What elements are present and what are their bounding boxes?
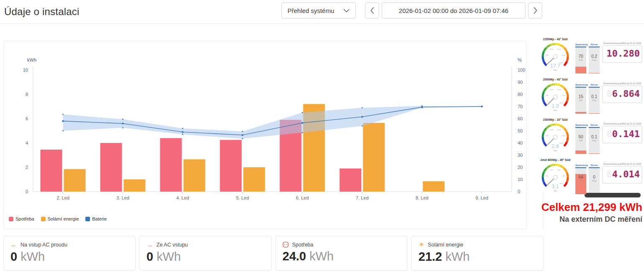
total-energy-label: Gesamtleistung [kWh] ab 01.01.2026 xyxy=(602,163,642,165)
y-axis-tick-right: 0 xyxy=(518,189,520,194)
consumption-bar[interactable] xyxy=(41,150,62,192)
battery-band-low-point xyxy=(122,127,123,128)
gauge-value: 17.7 xyxy=(550,63,560,69)
current-bar-unit: Amp xyxy=(589,179,600,182)
battery-point[interactable] xyxy=(241,134,243,136)
legend-item[interactable]: Baterie xyxy=(85,216,107,221)
total-energy-value: 6.864 xyxy=(612,88,640,99)
current-bar: Strom0.2Amp xyxy=(589,42,600,73)
battery-band-low-point xyxy=(242,138,243,139)
next-period-button[interactable] xyxy=(528,3,542,18)
total-energy-display: Gesamtleistung [kWh] ab 01.01.202688.888… xyxy=(602,122,642,143)
legend-swatch xyxy=(9,217,13,221)
y-axis-tick-right: 50 xyxy=(518,128,523,133)
battery-point[interactable] xyxy=(62,120,64,122)
consumption-bar[interactable] xyxy=(160,138,182,192)
battery-point[interactable] xyxy=(182,131,183,133)
current-bar-label: Strom xyxy=(589,83,600,88)
y-axis-unit-right: % xyxy=(518,57,522,62)
current-bar-unit: Amp xyxy=(589,99,600,101)
battery-band-low-point xyxy=(481,106,482,107)
voltage-bar-unit: Volt xyxy=(575,59,586,61)
battery-band-high-point xyxy=(302,112,303,113)
current-bar-unit: Amp xyxy=(589,59,600,61)
current-bar-fill xyxy=(589,113,600,114)
solar-bar[interactable] xyxy=(244,167,265,192)
dc-total-energy: Celkem 21,299 kWh xyxy=(539,201,642,214)
energy-bar-chart[interactable]: 02468100102030405060708090100kWh%2. Led3… xyxy=(4,41,526,208)
voltage-bar-label: Spannung xyxy=(575,83,586,88)
stat-card-label: Na vstup AC proudu xyxy=(21,242,67,248)
power-gauge: 50010001500200025002.8Watt xyxy=(538,121,573,156)
battery-point[interactable] xyxy=(301,122,303,124)
consumption-bar[interactable] xyxy=(220,140,242,192)
voltage-bar-value: 64 xyxy=(575,175,586,179)
header-controls: Přehled systému 2026-01-02 00:00 do 2026… xyxy=(281,3,542,18)
prev-period-button[interactable] xyxy=(365,3,379,18)
chart-legend: SpotřebaSolární energieBaterie xyxy=(9,216,107,221)
consumption-bar[interactable] xyxy=(100,143,122,192)
horizontal-scrollbar[interactable] xyxy=(585,193,641,197)
gauge-scale-label: 500 xyxy=(546,135,549,137)
gauge-scale-label: 1500 xyxy=(557,48,561,50)
y-axis-tick-left: 6 xyxy=(26,116,28,121)
gauge-scale-label: 480 xyxy=(558,169,561,171)
view-selector-dropdown[interactable]: Přehled systému xyxy=(281,3,356,18)
stat-card-unit: kWh xyxy=(21,250,45,263)
pv-string-title: Jetzt 800Wp - 45° Süd xyxy=(540,158,570,161)
x-axis-label: 5. Led xyxy=(236,195,249,200)
legend-item[interactable]: Spotřeba xyxy=(9,216,34,221)
solar-bar[interactable] xyxy=(184,159,205,192)
y-axis-tick-right: 80 xyxy=(518,92,523,97)
battery-band-high-point xyxy=(62,114,64,115)
x-axis-label: 3. Led xyxy=(116,195,129,200)
x-axis-label: 6. Led xyxy=(296,195,309,200)
pv-string-panel: 2300Wp - 10° Süd50010001500200025002.8Wa… xyxy=(538,117,644,158)
voltage-bar-fill xyxy=(575,112,586,114)
stat-card-label: Ze AC vstupu xyxy=(157,242,188,248)
power-gauge: 500100015002000250017.7Watt xyxy=(538,41,573,75)
gauge-scale-label: 1500 xyxy=(557,129,561,131)
stat-card-consumption: Spotřeba 24.0kWh xyxy=(275,236,408,271)
solar-bar[interactable] xyxy=(64,169,86,192)
y-axis-tick-left: 2 xyxy=(26,165,28,170)
gauge-scale-label: 2000 xyxy=(562,54,566,56)
voltage-bar-value: 15 xyxy=(575,94,586,99)
gauge-scale-label: 2500 xyxy=(559,102,563,104)
energy-chart-card: 02468100102030405060708090100kWh%2. Led3… xyxy=(3,41,526,229)
stat-card-label: Spotřeba xyxy=(292,242,313,248)
battery-band-high-point xyxy=(421,105,423,106)
gauge-unit: Watt xyxy=(553,150,557,152)
voltage-bar-value: 50 xyxy=(575,135,586,139)
gauge-scale-label: 1000 xyxy=(549,88,554,91)
total-energy-value: 10.280 xyxy=(607,48,640,59)
voltage-bar-label: Spannung xyxy=(575,123,586,128)
chevron-down-icon xyxy=(344,9,349,13)
battery-point[interactable] xyxy=(122,122,123,124)
battery-band xyxy=(63,106,482,139)
battery-band-high-point xyxy=(242,131,243,132)
solar-bar[interactable] xyxy=(124,179,146,192)
current-bar-label: Strom xyxy=(589,123,600,128)
battery-band-low-point xyxy=(62,130,64,132)
current-bar-value: 0.1 xyxy=(589,135,600,139)
voltage-bar: Spannung70Volt xyxy=(575,42,586,73)
chevron-right-icon xyxy=(534,7,537,14)
total-energy-label: Gesamtleistung [kWh] ab 01.01.2026 xyxy=(602,42,642,44)
consumption-bar[interactable] xyxy=(340,169,362,192)
gauge-scale-label: 2000 xyxy=(562,135,566,137)
voltage-bar-unit: Volt xyxy=(575,179,586,182)
total-energy-value: 0.141 xyxy=(612,129,640,139)
stat-card-value: 0 xyxy=(146,250,153,263)
pv-string-panel: 2000Wp - 43° Süd50010001500200025001.0Wa… xyxy=(538,77,644,117)
battery-point[interactable] xyxy=(361,116,363,117)
stat-card-unit: kWh xyxy=(445,250,470,263)
voltage-bar: Spannung15Volt xyxy=(575,83,586,114)
battery-band-low-point xyxy=(362,125,363,127)
solar-bar[interactable] xyxy=(423,181,445,192)
power-gauge: 1603204806408003.1Watt xyxy=(538,161,573,196)
solar-bar[interactable] xyxy=(363,123,385,192)
y-axis-tick-right: 90 xyxy=(518,80,523,85)
date-range-display[interactable]: 2026-01-02 00:00 do 2026-01-09 07:46 xyxy=(382,3,526,18)
legend-item[interactable]: Solární energie xyxy=(41,216,79,221)
